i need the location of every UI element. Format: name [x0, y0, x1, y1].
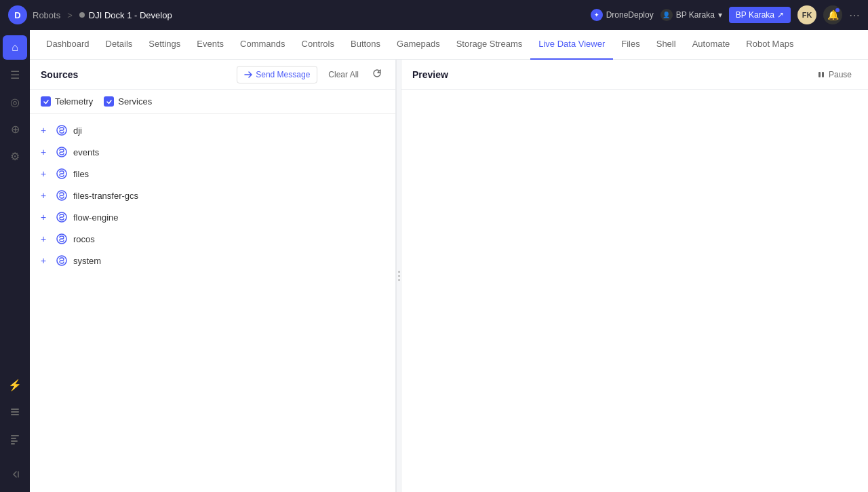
tab-commands[interactable]: Commands [232, 30, 293, 60]
page-breadcrumb: DJI Dock 1 - Develop [79, 10, 172, 20]
drone-deploy-selector[interactable]: ✦ DroneDeploy [591, 9, 654, 21]
sources-panel: Sources Send Message Clear All [30, 60, 396, 492]
tab-shell[interactable]: Shell [648, 30, 684, 60]
refresh-button[interactable] [370, 66, 384, 83]
svg-rect-16 [822, 72, 824, 77]
svg-rect-4 [11, 438, 16, 439]
source-robot-icon [56, 124, 68, 136]
tab-automate[interactable]: Automate [684, 30, 738, 60]
status-dot [79, 12, 85, 18]
tab-events[interactable]: Events [189, 30, 232, 60]
preview-title: Preview [412, 69, 448, 80]
preview-header: Preview Pause [401, 60, 868, 90]
bp-karaka-button[interactable]: BP Karaka ↗ [729, 7, 791, 23]
source-name: dji [73, 126, 82, 136]
source-item-events[interactable]: + events [30, 141, 395, 163]
sources-header: Sources Send Message Clear All [30, 60, 395, 90]
source-name: files [73, 169, 89, 179]
breadcrumb-separator: > [67, 10, 73, 20]
source-robot-icon [56, 211, 68, 223]
notifications-button[interactable]: 🔔 [823, 5, 842, 24]
expand-icon: + [41, 255, 50, 266]
tab-gamepads[interactable]: Gamepads [389, 30, 448, 60]
pause-icon [817, 71, 825, 79]
source-robot-icon [56, 254, 68, 267]
sources-title: Sources [41, 69, 78, 80]
telemetry-filter[interactable]: Telemetry [41, 96, 93, 107]
sidebar-item-log[interactable] [3, 427, 27, 451]
tab-files[interactable]: Files [613, 30, 648, 60]
app-layout: ⌂ ☰ ◎ ⊕ ⚙ ⚡ [0, 30, 868, 492]
source-name: files-transfer-gcs [73, 191, 138, 201]
tab-details[interactable]: Details [98, 30, 141, 60]
svg-rect-3 [11, 435, 19, 436]
sidebar-item-collapse[interactable] [3, 462, 27, 487]
topbar: D Robots > DJI Dock 1 - Develop ✦ DroneD… [0, 0, 868, 30]
source-item-dji[interactable]: + dji [30, 119, 395, 141]
expand-icon: + [41, 168, 50, 179]
source-item-rocos[interactable]: + rocos [30, 228, 395, 250]
tab-dashboard[interactable]: Dashboard [38, 30, 98, 60]
sidebar-item-home[interactable]: ⌂ [3, 35, 27, 60]
source-name: rocos [73, 234, 95, 244]
source-robot-icon [56, 168, 68, 180]
source-name: system [73, 256, 101, 266]
panel-divider[interactable] [396, 60, 401, 492]
divider-dots [398, 271, 400, 281]
preview-panel: Preview Pause [401, 60, 868, 492]
tab-buttons[interactable]: Buttons [342, 30, 389, 60]
services-filter[interactable]: Services [104, 96, 152, 107]
source-name: events [73, 147, 99, 157]
svg-rect-2 [11, 414, 19, 415]
expand-icon: + [41, 147, 50, 157]
svg-rect-15 [818, 72, 821, 77]
source-robot-icon [56, 189, 68, 202]
sidebar-item-list[interactable]: ☰ [3, 62, 27, 87]
clear-all-button[interactable]: Clear All [323, 67, 364, 83]
sidebar-item-bolt[interactable]: ⚡ [3, 373, 27, 397]
robots-nav[interactable]: Robots [33, 10, 60, 20]
send-message-button[interactable]: Send Message [237, 66, 317, 83]
tab-controls[interactable]: Controls [294, 30, 342, 60]
svg-rect-6 [11, 443, 15, 444]
user-selector[interactable]: 👤 BP Karaka ▾ [660, 9, 722, 21]
app-logo[interactable]: D [8, 5, 27, 24]
source-item-flow-engine[interactable]: + flow-engine [30, 206, 395, 228]
source-item-system[interactable]: + system [30, 250, 395, 271]
source-robot-icon [56, 146, 68, 158]
expand-icon: + [41, 233, 50, 244]
expand-icon: + [41, 125, 50, 136]
expand-icon: + [41, 212, 50, 223]
sidebar: ⌂ ☰ ◎ ⊕ ⚙ ⚡ [0, 30, 30, 492]
refresh-icon [372, 69, 382, 78]
drone-deploy-icon: ✦ [591, 9, 603, 21]
source-robot-icon [56, 233, 68, 245]
source-item-files[interactable]: + files [30, 163, 395, 185]
preview-content [401, 90, 868, 492]
svg-rect-1 [11, 411, 19, 413]
user-icon: 👤 [660, 9, 673, 21]
more-menu-button[interactable]: ⋯ [849, 9, 860, 22]
topbar-right: ✦ DroneDeploy 👤 BP Karaka ▾ BP Karaka ↗ … [591, 5, 860, 24]
source-name: flow-engine [73, 212, 119, 223]
tab-storage-streams[interactable]: Storage Streams [448, 30, 531, 60]
pause-button[interactable]: Pause [812, 67, 857, 83]
sidebar-item-globe[interactable]: ⊕ [3, 117, 27, 141]
source-list: + dji + events [30, 114, 395, 492]
services-checkbox[interactable] [104, 96, 114, 107]
user-avatar[interactable]: FK [797, 5, 816, 24]
expand-icon: + [41, 190, 50, 201]
svg-rect-0 [11, 409, 19, 410]
source-item-files-transfer-gcs[interactable]: + files-transfer-gcs [30, 185, 395, 206]
svg-rect-5 [11, 440, 18, 442]
content-area: Sources Send Message Clear All [30, 60, 868, 492]
sidebar-item-activity[interactable]: ◎ [3, 90, 27, 114]
telemetry-checkbox[interactable] [41, 96, 51, 107]
tab-settings[interactable]: Settings [140, 30, 189, 60]
tab-bar: Dashboard Details Settings Events Comman… [30, 30, 868, 60]
send-icon [244, 71, 252, 79]
tab-live-data-viewer[interactable]: Live Data Viewer [530, 30, 613, 60]
sidebar-item-gear[interactable]: ⚙ [3, 144, 27, 168]
tab-robot-maps[interactable]: Robot Maps [738, 30, 802, 60]
sidebar-item-layers[interactable] [3, 400, 27, 424]
